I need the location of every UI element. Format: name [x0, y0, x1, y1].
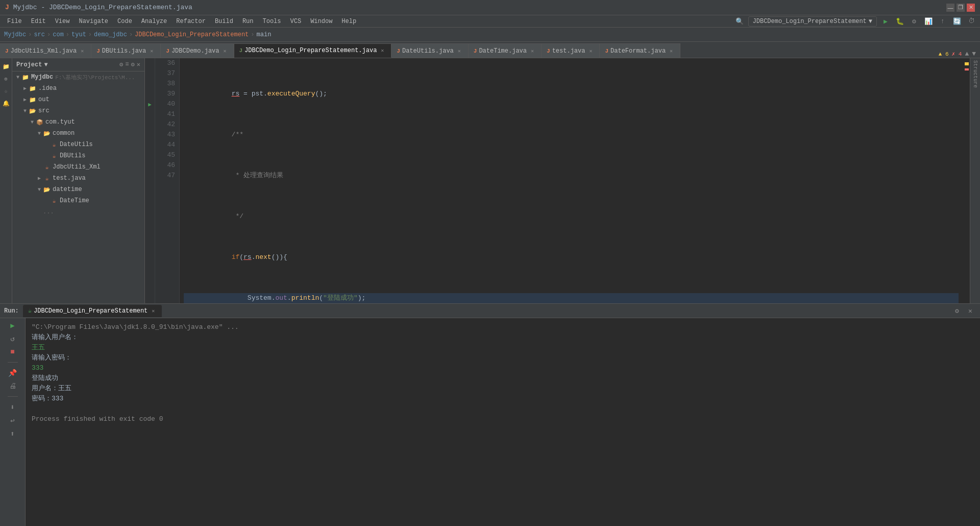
close-button[interactable]: ✕ [967, 4, 975, 12]
menu-view[interactable]: View [51, 17, 74, 26]
datetime-folder-icon: 📂 [43, 185, 51, 194]
scroll-down-icon[interactable]: ▼ [972, 50, 976, 58]
out-label: out [38, 96, 50, 103]
run-output[interactable]: "C:\Program Files\Java\jdk1.8.0_91\bin\j… [26, 318, 980, 526]
run-button[interactable]: ▶ [880, 16, 891, 27]
tree-common[interactable]: ▼ 📂 common [12, 128, 144, 139]
tree-dateutils[interactable]: ☕ DateUtils [12, 139, 144, 150]
tab-close-jdbcutils[interactable]: ✕ [79, 47, 86, 55]
run-scroll-end-button[interactable]: ⬇ [8, 402, 18, 412]
breadcrumb-src[interactable]: src [34, 31, 45, 38]
tree-jdbcutils[interactable]: ☕ JdbcUtils_Xml [12, 161, 144, 173]
code-content[interactable]: rs = pst. executeQuery (); /** * 处理查询结果 [180, 58, 963, 303]
debug-button[interactable]: 🐛 [894, 16, 905, 27]
gutter-area: ▶ [145, 58, 155, 303]
menu-window[interactable]: Window [306, 17, 336, 26]
run-stop-button[interactable]: ■ [8, 347, 18, 357]
tree-more[interactable]: ... [12, 206, 144, 218]
title-bar-controls[interactable]: — ❐ ✕ [946, 4, 975, 12]
tab-dateutils[interactable]: J DateUtils.java ✕ [391, 43, 468, 58]
run-expand-button[interactable]: ⬆ [8, 428, 18, 439]
run-wrap-button[interactable]: ↩ [8, 415, 18, 425]
tab-dateformat[interactable]: J DateFormat.java ✕ [600, 43, 680, 58]
breadcrumb-com[interactable]: com [53, 31, 64, 38]
tab-close-jdbcdemo-login[interactable]: ✕ [379, 47, 386, 54]
collapse-all-icon[interactable]: ≡ [125, 61, 129, 68]
tab-close-datetime[interactable]: ✕ [529, 47, 536, 55]
tab-label-datetime: DateTime.java [479, 47, 527, 55]
linenum-43: 43 [157, 130, 175, 140]
tab-close-jdbcdemo[interactable]: ✕ [222, 47, 229, 55]
breadcrumb-myjdbc[interactable]: Myjdbc [4, 31, 26, 38]
gutter-46 [145, 160, 155, 171]
tree-src[interactable]: ▼ 📂 src [12, 105, 144, 116]
tree-test[interactable]: ▶ ☕ test.java [12, 173, 144, 184]
tree-com-tyut[interactable]: ▼ 📦 com.tyut [12, 116, 144, 128]
scroll-up-icon[interactable]: ▲ [965, 50, 969, 58]
menu-refactor[interactable]: Refactor [172, 17, 210, 26]
bookmark-icon[interactable]: ☆ [1, 86, 11, 96]
menu-vcs[interactable]: VCS [286, 17, 306, 26]
run-settings-icon[interactable]: ⚙ [951, 305, 963, 317]
breadcrumb-tyut[interactable]: tyut [71, 31, 86, 38]
project-icon[interactable]: 📁 [1, 61, 11, 71]
run-play-button[interactable]: ▶ [8, 320, 18, 330]
tab-test[interactable]: J test.java ✕ [542, 43, 600, 58]
maximize-button[interactable]: ❐ [957, 4, 965, 12]
run-tab-main[interactable]: ☕ JDBCDemo_Login_PrepareStatement ✕ [23, 305, 162, 317]
run-rerun-button[interactable]: ↺ [8, 333, 18, 344]
run-close-icon[interactable]: ✕ [965, 305, 976, 317]
tree-datetime-file[interactable]: ☕ DateTime [12, 195, 144, 206]
tab-close-dateformat[interactable]: ✕ [668, 47, 675, 55]
notifications-icon[interactable]: 🔔 [1, 98, 11, 108]
tab-datetime[interactable]: J DateTime.java ✕ [469, 43, 542, 58]
tab-close-dateutils[interactable]: ✕ [456, 47, 463, 55]
menu-analyze[interactable]: Analyze [137, 17, 171, 26]
root-label: Myjdbc [31, 74, 53, 81]
tree-idea[interactable]: ▶ 📁 .idea [12, 83, 144, 94]
tab-jdbcdemo-login[interactable]: J JDBCDemo_Login_PrepareStatement.java ✕ [234, 43, 392, 58]
out-folder-icon: 📁 [29, 95, 37, 104]
run-print-button[interactable]: 🖨 [8, 381, 18, 391]
tree-datetime-folder[interactable]: ▼ 📂 datetime [12, 184, 144, 195]
tab-jdbcutils-xml[interactable]: J JdbcUtils_Xml.java ✕ [0, 43, 91, 58]
breadcrumb-class[interactable]: JDBCDemo_Login_PrepareStatement [135, 31, 249, 38]
dbutils-label: DBUtils [60, 152, 85, 159]
breadcrumb-demojdbc[interactable]: demo_jdbc [94, 31, 127, 38]
history-button[interactable]: ⏱ [966, 16, 977, 27]
tab-jdbcdemo[interactable]: J JDBCDemo.java ✕ [161, 43, 234, 58]
run-config-selector[interactable]: JDBCDemo_Login_PrepareStatement ▼ [748, 16, 877, 27]
tab-close-test[interactable]: ✕ [587, 47, 594, 55]
menu-code[interactable]: Code [113, 17, 136, 26]
close-panel-icon[interactable]: ✕ [137, 61, 140, 68]
structure-icon[interactable]: Structure [972, 60, 978, 88]
menu-file[interactable]: File [3, 17, 26, 26]
idea-arrow: ▶ [21, 85, 29, 91]
settings-icon[interactable]: ⚙ [131, 61, 135, 68]
tree-out[interactable]: ▶ 📁 out [12, 94, 144, 105]
menu-navigate[interactable]: Navigate [75, 17, 112, 26]
commit-icon[interactable]: ⊕ [1, 74, 11, 84]
code-scroll[interactable]: ▶ 36 37 38 39 40 41 42 43 44 [145, 58, 970, 303]
tree-root-myjdbc[interactable]: ▼ 📁 Myjdbc F:\基地实习\Projects\M... [12, 71, 144, 83]
menu-edit[interactable]: Edit [27, 17, 50, 26]
menu-tools[interactable]: Tools [259, 17, 285, 26]
sync-icon[interactable]: ⚙ [119, 61, 123, 68]
vcs-button[interactable]: ↑ [937, 16, 948, 27]
run-pin-button[interactable]: 📌 [8, 368, 18, 378]
menu-build[interactable]: Build [211, 17, 237, 26]
menu-help[interactable]: Help [337, 17, 360, 26]
tab-close-dbutils[interactable]: ✕ [148, 47, 155, 55]
coverage-button[interactable]: ⚙ [909, 16, 920, 27]
search-everywhere-button[interactable]: 🔍 [734, 16, 745, 27]
menu-run[interactable]: Run [238, 17, 258, 26]
update-button[interactable]: 🔄 [951, 16, 963, 27]
profile-button[interactable]: 📊 [923, 16, 934, 27]
tab-dbutils[interactable]: J DBUtils.java ✕ [91, 43, 161, 58]
tree-dbutils[interactable]: ☕ DBUtils [12, 150, 144, 161]
code-40-indent [184, 252, 232, 262]
root-path: F:\基地实习\Projects\M... [55, 74, 135, 81]
minimize-button[interactable]: — [946, 4, 954, 12]
run-tab-close[interactable]: ✕ [150, 307, 157, 315]
run-gutter-icon[interactable]: ▶ [148, 101, 152, 108]
